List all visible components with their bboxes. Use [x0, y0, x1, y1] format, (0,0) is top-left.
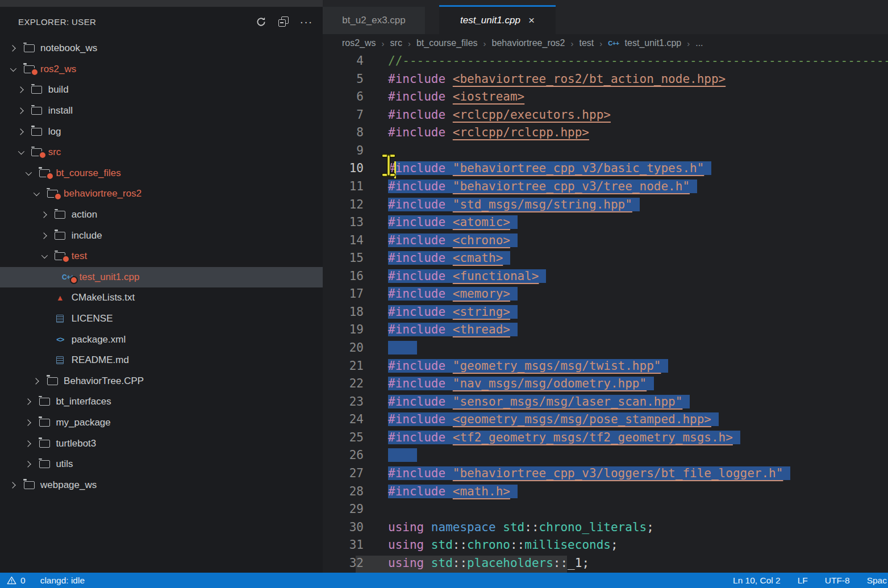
- chevron-right-icon[interactable]: [15, 87, 26, 92]
- cpp-file-icon: C++: [608, 40, 619, 47]
- cursor-position[interactable]: Ln 10, Col 2: [733, 576, 781, 586]
- close-icon[interactable]: ×: [528, 16, 535, 24]
- folder-icon: [22, 44, 36, 52]
- breadcrumb-item-src[interactable]: src: [390, 38, 402, 48]
- tree-item-ros2_ws[interactable]: ros2_ws: [0, 59, 323, 80]
- collapse-folders-icon[interactable]: [277, 15, 290, 28]
- tree-item-webpage_ws[interactable]: webpage_ws: [0, 474, 323, 495]
- token: #include: [388, 251, 453, 265]
- code-line-25[interactable]: 25#include <tf2_geometry_msgs/tf2_geomet…: [323, 429, 888, 447]
- chevron-right-icon[interactable]: [22, 462, 34, 466]
- code-line-11[interactable]: 11#include "behaviortree_cpp_v3/tree_nod…: [323, 178, 888, 196]
- code-line-26[interactable]: 26: [323, 447, 888, 465]
- line-content: #include <behaviortree_ros2/bt_action_no…: [388, 70, 726, 89]
- chevron-down-icon[interactable]: [22, 171, 34, 176]
- code-line-5[interactable]: 5#include <behaviortree_ros2/bt_action_n…: [323, 70, 888, 89]
- tree-item-bt_interfaces[interactable]: bt_interfaces: [0, 391, 323, 412]
- tree-item-src[interactable]: src: [0, 142, 323, 163]
- code-line-18[interactable]: 18#include <string>: [323, 303, 888, 322]
- code-line-14[interactable]: 14#include <chrono>: [323, 232, 888, 250]
- code-line-29[interactable]: 29: [323, 501, 888, 519]
- tree-item-include[interactable]: include: [0, 225, 323, 246]
- chevron-down-icon[interactable]: [15, 150, 26, 155]
- refresh-explorer-icon[interactable]: [255, 15, 267, 28]
- tree-item-my_package[interactable]: my_package: [0, 412, 323, 433]
- code-line-17[interactable]: 17#include <memory>: [323, 285, 888, 303]
- tree-item-utils[interactable]: utils: [0, 454, 323, 475]
- code-line-13[interactable]: 13#include <atomic>: [323, 214, 888, 232]
- code-line-9[interactable]: 9: [323, 142, 888, 160]
- code-line-7[interactable]: 7#include <rclcpp/executors.hpp>: [323, 106, 888, 124]
- chevron-right-icon[interactable]: [30, 379, 41, 383]
- code-line-28[interactable]: 28#include <math.h>: [323, 483, 888, 501]
- more-actions-icon[interactable]: ···: [300, 15, 312, 28]
- tab-bt_u2_ex3.cpp[interactable]: bt_u2_ex3.cpp: [323, 7, 425, 34]
- breadcrumb-item-ros2_ws[interactable]: ros2_ws: [342, 38, 376, 48]
- token: [510, 233, 518, 247]
- tree-item-log[interactable]: log: [0, 121, 323, 142]
- code-line-24[interactable]: 24#include <geometry_msgs/msg/pose_stamp…: [323, 411, 888, 429]
- code-line-21[interactable]: 21#include "geometry_msgs/msg/twist.hpp": [323, 357, 888, 376]
- tab-test_unit1.cpp[interactable]: test_unit1.cpp×: [439, 7, 556, 34]
- tree-item-install[interactable]: install: [0, 101, 323, 122]
- breadcrumb-item-behaviortree_ros2[interactable]: behaviortree_ros2: [492, 38, 565, 48]
- code-line-15[interactable]: 15#include <cmath>: [323, 249, 888, 268]
- code-line-32[interactable]: 32using std::placeholders::_1;: [323, 554, 888, 573]
- modified-badge: [70, 276, 78, 284]
- chevron-right-icon[interactable]: [15, 130, 26, 134]
- eol-indicator[interactable]: LF: [798, 576, 808, 586]
- tree-item-behaviortree_ros2[interactable]: behaviortree_ros2: [0, 184, 323, 205]
- code-line-8[interactable]: 8#include <rclcpp/rclcpp.hpp>: [323, 124, 888, 142]
- chevron-down-icon[interactable]: [38, 254, 49, 258]
- code-line-30[interactable]: 30using namespace std::chrono_literals;: [323, 519, 888, 537]
- tree-item-turtlebot3[interactable]: turtlebot3: [0, 433, 323, 454]
- line-number: 20: [323, 339, 364, 357]
- breadcrumb-overflow[interactable]: ...: [695, 38, 703, 48]
- line-content: #include "sensor_msgs/msg/laser_scan.hpp…: [388, 393, 690, 411]
- code-editor[interactable]: 4//-------------------------------------…: [323, 52, 888, 573]
- code-line-10[interactable]: 10#include "behaviortree_cpp_v3/basic_ty…: [323, 160, 888, 178]
- chevron-right-icon[interactable]: [38, 212, 49, 217]
- code-line-4[interactable]: 4//-------------------------------------…: [323, 52, 888, 70]
- token: <math.h>: [453, 485, 510, 498]
- tree-item-build[interactable]: build: [0, 80, 323, 101]
- clangd-status[interactable]: clangd: idle: [40, 576, 85, 586]
- encoding-indicator[interactable]: UTF-8: [825, 576, 850, 586]
- breadcrumb-item-file[interactable]: test_unit1.cpp: [625, 38, 682, 48]
- code-line-16[interactable]: 16#include <functional>: [323, 268, 888, 286]
- code-line-22[interactable]: 22#include "nav_msgs/msg/odometry.hpp": [323, 375, 888, 393]
- tree-item-BehaviorTree.CPP[interactable]: BehaviorTree.CPP: [0, 371, 323, 392]
- chevron-right-icon[interactable]: [22, 420, 34, 425]
- code-line-31[interactable]: 31using std::chrono::milliseconds;: [323, 536, 888, 554]
- breadcrumb-item-test[interactable]: test: [580, 38, 594, 48]
- problems-indicator[interactable]: 0: [7, 576, 26, 586]
- chevron-right-icon[interactable]: [7, 46, 18, 51]
- breadcrumb-item-bt_course_files[interactable]: bt_course_files: [416, 38, 478, 48]
- chevron-right-icon[interactable]: [7, 483, 18, 487]
- chevron-right-icon[interactable]: [15, 109, 26, 113]
- code-line-6[interactable]: 6#include <iostream>: [323, 88, 888, 106]
- tree-item-CMakeLists.txt[interactable]: ▲CMakeLists.txt: [0, 287, 323, 308]
- tree-item-notebook_ws[interactable]: notebook_ws: [0, 38, 323, 59]
- chevron-right-icon[interactable]: [22, 441, 34, 446]
- code-line-23[interactable]: 23#include "sensor_msgs/msg/laser_scan.h…: [323, 393, 888, 411]
- chevron-down-icon[interactable]: [7, 67, 18, 72]
- code-line-27[interactable]: 27#include "behaviortree_cpp_v3/loggers/…: [323, 465, 888, 483]
- tree-item-label: webpage_ws: [40, 479, 97, 491]
- chevron-right-icon[interactable]: [22, 399, 34, 404]
- tab-label: test_unit1.cpp: [460, 15, 520, 26]
- code-line-20[interactable]: 20: [323, 339, 888, 357]
- indentation-indicator[interactable]: Spac: [867, 576, 887, 586]
- tree-item-action[interactable]: action: [0, 205, 323, 226]
- tree-item-bt_course_files[interactable]: bt_course_files: [0, 163, 323, 184]
- chevron-down-icon[interactable]: [30, 191, 41, 196]
- tree-item-test[interactable]: test: [0, 246, 323, 267]
- tree-item-LICENSE[interactable]: LICENSE: [0, 308, 323, 330]
- tree-item-package.xml[interactable]: <>package.xml: [0, 329, 323, 350]
- code-line-19[interactable]: 19#include <thread>: [323, 321, 888, 339]
- chevron-right-icon[interactable]: [38, 233, 49, 238]
- status-left: 0 clangd: idle: [7, 576, 85, 586]
- tree-item-README.md[interactable]: README.md: [0, 350, 323, 371]
- code-line-12[interactable]: 12#include "std_msgs/msg/string.hpp": [323, 196, 888, 214]
- tree-item-test_unit1.cpp[interactable]: C++test_unit1.cpp: [0, 267, 323, 288]
